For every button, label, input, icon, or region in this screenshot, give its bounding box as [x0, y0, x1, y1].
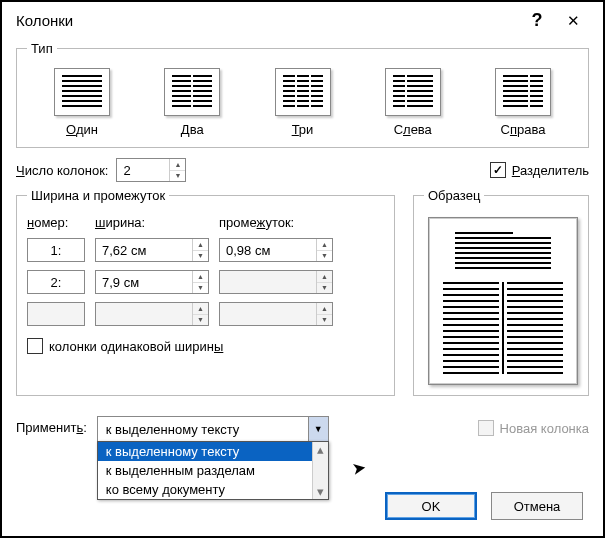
- type-left[interactable]: Слева: [368, 68, 458, 137]
- separator-checkbox[interactable]: ✓ Разделитель: [490, 162, 589, 178]
- col-width-header: ширина:: [95, 215, 209, 230]
- col-row-2-num: 2:: [27, 270, 85, 294]
- equal-width-checkbox[interactable]: колонки одинаковой ширины: [27, 338, 384, 354]
- preview-box: [428, 217, 578, 385]
- equal-width-box-icon: [27, 338, 43, 354]
- preview-group: Образец: [413, 188, 589, 396]
- type-right-icon: [495, 68, 551, 116]
- type-three-label: Три: [292, 122, 314, 137]
- ok-button[interactable]: OK: [385, 492, 477, 520]
- num-cols-label: Число колонок:: [16, 163, 108, 178]
- apply-dropdown-list: к выделенному тексту к выделенным раздел…: [97, 441, 329, 500]
- new-column-box-icon: [478, 420, 494, 436]
- type-group: Тип Один Два Три Слева Справа: [16, 41, 589, 148]
- separator-label: Разделитель: [512, 163, 589, 178]
- col-spacing-header: промежуток:: [219, 215, 333, 230]
- new-column-label: Новая колонка: [500, 421, 589, 436]
- width-spacing-group: Ширина и промежуток номер: ширина: проме…: [16, 188, 395, 396]
- dialog-title: Колонки: [16, 12, 519, 29]
- col-row-3-spacing: ▲▼: [219, 302, 333, 326]
- type-three[interactable]: Три: [258, 68, 348, 137]
- equal-width-label: колонки одинаковой ширины: [49, 339, 223, 354]
- type-three-icon: [275, 68, 331, 116]
- apply-selected-text: к выделенному тексту: [98, 422, 308, 437]
- mouse-cursor-icon: ➤: [350, 457, 367, 480]
- close-button[interactable]: ✕: [555, 12, 591, 30]
- col-row-2-spacing: ▲▼: [219, 270, 333, 294]
- apply-option-2[interactable]: ко всему документу: [98, 480, 312, 499]
- type-two[interactable]: Два: [147, 68, 237, 137]
- apply-option-1[interactable]: к выделенным разделам: [98, 461, 312, 480]
- dropdown-scrollbar[interactable]: ▴▾: [312, 442, 328, 499]
- type-left-icon: [385, 68, 441, 116]
- col-row-3-num: [27, 302, 85, 326]
- col-row-1-width[interactable]: ▲▼: [95, 238, 209, 262]
- type-right-label: Справа: [501, 122, 546, 137]
- col-row-2-width[interactable]: ▲▼: [95, 270, 209, 294]
- col-row-1-spacing[interactable]: ▲▼: [219, 238, 333, 262]
- type-two-label: Два: [181, 122, 204, 137]
- cancel-button[interactable]: Отмена: [491, 492, 583, 520]
- type-one-icon: [54, 68, 110, 116]
- apply-label: Применить:: [16, 416, 87, 435]
- type-right[interactable]: Справа: [478, 68, 568, 137]
- type-legend: Тип: [27, 41, 57, 56]
- type-one-label: Один: [66, 122, 98, 137]
- type-left-label: Слева: [394, 122, 432, 137]
- apply-dropdown[interactable]: к выделенному тексту ▼: [97, 416, 329, 442]
- dialog-titlebar: Колонки ? ✕: [2, 2, 603, 35]
- col-number-header: номер:: [27, 215, 85, 230]
- separator-check-icon: ✓: [490, 162, 506, 178]
- new-column-checkbox: Новая колонка: [478, 420, 589, 436]
- type-two-icon: [164, 68, 220, 116]
- num-cols-arrows[interactable]: ▲▼: [169, 159, 185, 181]
- type-one[interactable]: Один: [37, 68, 127, 137]
- apply-option-0[interactable]: к выделенному тексту: [98, 442, 312, 461]
- help-button[interactable]: ?: [519, 10, 555, 31]
- col-row-3-width: ▲▼: [95, 302, 209, 326]
- width-legend: Ширина и промежуток: [27, 188, 169, 203]
- num-cols-spinner[interactable]: ▲▼: [116, 158, 186, 182]
- num-cols-input[interactable]: [117, 159, 169, 181]
- col-row-1-num: 1:: [27, 238, 85, 262]
- apply-dropdown-arrow-icon[interactable]: ▼: [308, 417, 328, 441]
- preview-legend: Образец: [424, 188, 484, 203]
